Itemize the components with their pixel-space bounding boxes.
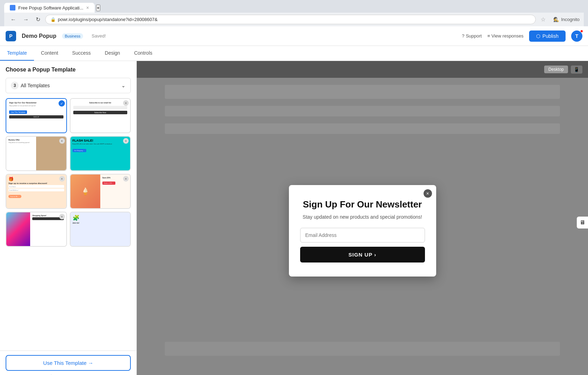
forward-button[interactable]: → xyxy=(21,15,31,24)
mystery-preview: Mystery Offer They all are on something … xyxy=(6,137,66,170)
template-filter-dropdown[interactable]: 3 All Templates ⌄ xyxy=(6,78,131,93)
tab-success[interactable]: Success xyxy=(65,46,98,61)
tab-close-icon[interactable]: × xyxy=(86,5,89,11)
newsletter-card-use-btn: Use This Template xyxy=(9,110,27,114)
mystery-title: Mystery Offer xyxy=(8,139,34,141)
view-responses-label: View responses xyxy=(492,33,524,39)
template-card-icecream[interactable]: × 🍦 Save 20% Redeem 20% → xyxy=(70,174,131,209)
preview-bar-mid2 xyxy=(165,123,560,134)
reload-button[interactable]: ↻ xyxy=(34,15,42,24)
publish-button[interactable]: ⬡ Publish xyxy=(529,30,566,42)
icecream-preview: 🍦 Save 20% Redeem 20% → xyxy=(70,175,130,208)
tab-content[interactable]: Content xyxy=(34,46,65,61)
popup-close-button[interactable]: × xyxy=(424,189,432,198)
card-close-icon[interactable]: × xyxy=(59,176,65,182)
chevron-down-icon: ⌄ xyxy=(121,83,126,88)
mobile-mode-button[interactable]: 📱 xyxy=(571,66,582,74)
view-responses-button[interactable]: ≡ View responses xyxy=(487,33,523,39)
joinus-preview: 🧩 Join Us! xyxy=(70,212,130,246)
template-card-shopping[interactable]: × Shopping Spree! xyxy=(6,212,67,247)
surprise-cta-btn: Surprise Me → xyxy=(8,195,21,198)
new-tab-button[interactable]: + xyxy=(96,5,100,11)
tab-controls[interactable]: Controls xyxy=(127,46,159,61)
template-card-subscribe[interactable]: × Subscribe to our email list Subscribe … xyxy=(70,98,131,133)
newsletter-preview: Sign Up For Our Newsletter Stay updated … xyxy=(6,99,66,132)
popup-signup-button[interactable]: SIGN UP › xyxy=(300,247,425,262)
template-grid: ✓ Sign Up For Our Newsletter Stay update… xyxy=(6,98,131,247)
use-template-button[interactable]: Use This Template → xyxy=(6,355,131,371)
template-card-mystery[interactable]: × Mystery Offer They all are on somethin… xyxy=(6,136,67,171)
popup-signup-label: SIGN UP › xyxy=(349,252,377,258)
notification-dot xyxy=(580,30,583,33)
tab-bar: Free Popup Software Applicati... × + xyxy=(4,3,584,13)
user-avatar[interactable]: T xyxy=(571,30,582,42)
plan-badge: Business xyxy=(62,33,83,39)
url-text: powr.io/plugins/popup/standalone?id=2800… xyxy=(58,17,157,22)
active-tab[interactable]: Free Popup Software Applicati... × xyxy=(4,3,95,13)
surprise-firstname-field: First Name xyxy=(8,185,64,188)
filter-left: 3 All Templates xyxy=(11,82,50,89)
logo-letter: P xyxy=(9,33,12,39)
template-count: 3 xyxy=(11,82,19,89)
popup-email-input[interactable] xyxy=(300,228,425,243)
filter-label: All Templates xyxy=(21,83,50,88)
tab-template-label: Template xyxy=(7,50,27,56)
subscribe-card-btn: Subscribe Now xyxy=(73,111,128,114)
side-panel-toggle[interactable]: 🖥 xyxy=(577,217,588,229)
sidebar: Choose a Popup Template 3 All Templates … xyxy=(0,61,137,375)
shopping-preview: Shopping Spree! xyxy=(6,212,66,246)
popup-title: Sign Up For Our Newsletter xyxy=(300,199,425,210)
desktop-mode-button[interactable]: Desktop xyxy=(544,66,568,73)
card-close-icon[interactable]: × xyxy=(123,138,129,144)
card-close-icon[interactable]: × xyxy=(59,138,65,144)
card-close-icon[interactable]: × xyxy=(123,100,129,106)
preview-bar-top xyxy=(165,85,560,99)
browser-chrome: Free Popup Software Applicati... × + ← →… xyxy=(0,0,588,26)
bookmark-icon[interactable]: ☆ xyxy=(539,15,548,24)
app-logo: P xyxy=(6,31,16,41)
surprise-email-field: Email Address * xyxy=(8,189,64,191)
back-button[interactable]: ← xyxy=(8,15,18,24)
incognito-icon: 🕵 xyxy=(553,17,559,22)
tab-success-label: Success xyxy=(72,50,91,56)
tab-design[interactable]: Design xyxy=(98,46,127,61)
template-card-surprise[interactable]: × 🎁 Sign up to receive a surprise discou… xyxy=(6,174,67,209)
flash-sale-title: FLASH SALE! xyxy=(73,139,128,142)
template-card-newsletter[interactable]: ✓ Sign Up For Our Newsletter Stay update… xyxy=(6,98,67,133)
preview-top-bar: Desktop 📱 xyxy=(137,61,588,78)
icecream-image: 🍦 xyxy=(70,175,100,208)
surprise-preview: 🎁 Sign up to receive a surprise discount… xyxy=(6,175,66,208)
tab-favicon xyxy=(10,5,15,11)
incognito-label: Incognito xyxy=(561,17,580,22)
newsletter-card-signup: SIGN UP xyxy=(9,115,63,118)
preview-bar-mid1 xyxy=(165,106,560,116)
support-button[interactable]: ? Support xyxy=(462,33,482,39)
template-card-flash[interactable]: × FLASH SALE! Enjoy 50% off on our entir… xyxy=(70,136,131,171)
gift-icon: 🎁 xyxy=(8,177,64,182)
tab-template[interactable]: Template xyxy=(0,46,34,61)
mystery-left: Mystery Offer They all are on something … xyxy=(6,137,36,170)
sidebar-content: Choose a Popup Template 3 All Templates … xyxy=(0,61,136,350)
app-title: Demo Popup xyxy=(22,33,56,39)
popup-overlay: × Sign Up For Our Newsletter Stay update… xyxy=(137,78,588,375)
publish-label: Publish xyxy=(542,33,559,39)
flash-sale-btn: Get Shopping → xyxy=(73,149,87,152)
sidebar-footer: Use This Template → 📣 Leave Feedback xyxy=(0,350,136,375)
mystery-sub: They all are on something special xyxy=(8,142,34,143)
joinus-title: Join Us! xyxy=(73,222,128,224)
puzzle-icon: 🧩 xyxy=(73,214,128,221)
url-input[interactable]: 🔒 powr.io/plugins/popup/standalone?id=28… xyxy=(45,15,536,24)
tab-content-label: Content xyxy=(41,50,58,56)
app-header: P Demo Popup Business Saved! ? Support ≡… xyxy=(0,26,588,46)
saved-status: Saved! xyxy=(92,33,106,39)
card-close-icon[interactable]: × xyxy=(123,176,129,182)
main-layout: Choose a Popup Template 3 All Templates … xyxy=(0,61,588,375)
support-label: Support xyxy=(466,33,482,39)
address-bar: ← → ↻ 🔒 powr.io/plugins/popup/standalone… xyxy=(4,13,584,26)
tab-controls-label: Controls xyxy=(134,50,152,56)
publish-icon: ⬡ xyxy=(536,33,540,39)
use-template-label: Use This Template → xyxy=(43,360,93,366)
template-card-joinus[interactable]: 🧩 Join Us! xyxy=(70,212,131,247)
card-close-icon[interactable]: × xyxy=(59,214,65,219)
flash-sale-sub: Enjoy 50% off on our entire store. Use c… xyxy=(73,143,128,145)
